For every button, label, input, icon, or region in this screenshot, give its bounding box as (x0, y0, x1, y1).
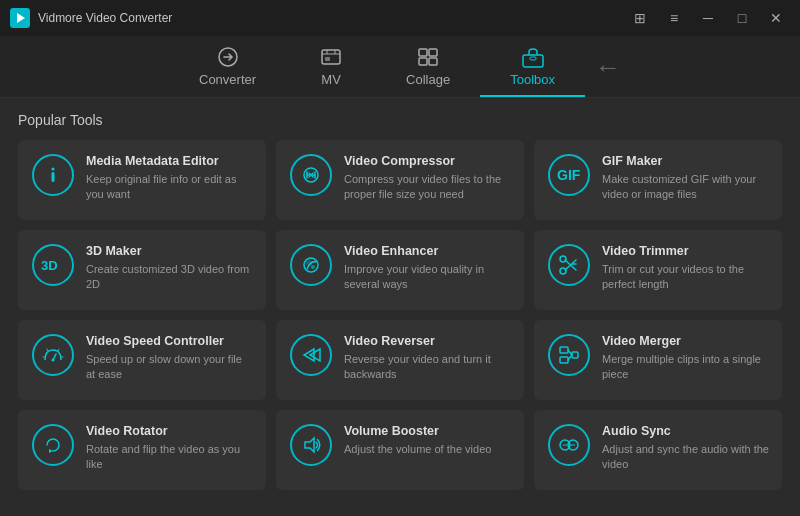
video-speed-controller-desc: Speed up or slow down your file at ease (86, 352, 254, 383)
tool-card-video-merger[interactable]: Video Merger Merge multiple clips into a… (534, 320, 782, 400)
svg-rect-12 (52, 172, 55, 182)
tool-card-video-enhancer[interactable]: Video Enhancer Improve your video qualit… (276, 230, 524, 310)
video-enhancer-desc: Improve your video quality in several wa… (344, 262, 512, 293)
tool-card-video-reverser[interactable]: Video Reverser Reverse your video and tu… (276, 320, 524, 400)
tab-converter[interactable]: Converter (169, 36, 286, 97)
media-metadata-editor-info: Media Metadata Editor Keep original file… (86, 154, 254, 203)
section-title: Popular Tools (18, 112, 782, 128)
converter-icon (216, 46, 240, 68)
nav-bar: Converter MV Collage (0, 36, 800, 98)
tab-mv[interactable]: MV (286, 36, 376, 97)
tool-card-video-speed-controller[interactable]: Video Speed Controller Speed up or slow … (18, 320, 266, 400)
svg-point-11 (52, 168, 55, 171)
video-trimmer-icon (548, 244, 590, 286)
close-button[interactable]: ✕ (762, 6, 790, 30)
gif-maker-desc: Make customized GIF with your video or i… (602, 172, 770, 203)
volume-booster-name: Volume Booster (344, 424, 512, 438)
content-area: Popular Tools Media Metadata Editor Keep… (0, 98, 800, 504)
svg-rect-7 (419, 58, 427, 65)
tool-card-video-trimmer[interactable]: Video Trimmer Trim or cut your videos to… (534, 230, 782, 310)
svg-rect-24 (560, 347, 568, 353)
tool-card-media-metadata-editor[interactable]: Media Metadata Editor Keep original file… (18, 140, 266, 220)
svg-rect-3 (322, 50, 340, 64)
toolbox-icon (521, 46, 545, 68)
audio-sync-info: Audio Sync Adjust and sync the audio wit… (602, 424, 770, 473)
tab-toolbox[interactable]: Toolbox (480, 36, 585, 97)
3d-maker-name: 3D Maker (86, 244, 254, 258)
video-rotator-desc: Rotate and flip the video as you like (86, 442, 254, 473)
tab-converter-label: Converter (199, 72, 256, 87)
svg-text:GIF: GIF (557, 167, 581, 183)
audio-sync-desc: Adjust and sync the audio with the video (602, 442, 770, 473)
tool-card-3d-maker[interactable]: 3D 3D Maker Create customized 3D video f… (18, 230, 266, 310)
tool-card-gif-maker[interactable]: GIF GIF Maker Make customized GIF with y… (534, 140, 782, 220)
svg-point-18 (311, 265, 315, 269)
video-merger-desc: Merge multiple clips into a single piece (602, 352, 770, 383)
video-merger-icon (548, 334, 590, 376)
video-speed-controller-icon (32, 334, 74, 376)
tool-card-volume-booster[interactable]: Volume Booster Adjust the volume of the … (276, 410, 524, 490)
tool-card-video-rotator[interactable]: Video Rotator Rotate and flip the video … (18, 410, 266, 490)
gif-maker-info: GIF Maker Make customized GIF with your … (602, 154, 770, 203)
video-speed-controller-name: Video Speed Controller (86, 334, 254, 348)
tools-grid: Media Metadata Editor Keep original file… (18, 140, 782, 490)
titlebar: Vidmore Video Converter ⊞ ≡ ─ □ ✕ (0, 0, 800, 36)
minimize-button[interactable]: ─ (694, 6, 722, 30)
tool-card-video-compressor[interactable]: Video Compressor Compress your video fil… (276, 140, 524, 220)
volume-booster-info: Volume Booster Adjust the volume of the … (344, 424, 512, 457)
nav-arrow: ← (585, 44, 631, 97)
svg-marker-27 (49, 449, 53, 453)
gif-maker-name: GIF Maker (602, 154, 770, 168)
subtitles-button[interactable]: ⊞ (626, 6, 654, 30)
maximize-button[interactable]: □ (728, 6, 756, 30)
volume-booster-icon (290, 424, 332, 466)
svg-rect-8 (429, 58, 437, 65)
tool-card-audio-sync[interactable]: Audio Sync Adjust and sync the audio wit… (534, 410, 782, 490)
tab-collage-label: Collage (406, 72, 450, 87)
svg-text:3D: 3D (41, 258, 58, 273)
collage-icon (416, 46, 440, 68)
media-metadata-editor-icon (32, 154, 74, 196)
tab-mv-label: MV (321, 72, 341, 87)
video-enhancer-icon (290, 244, 332, 286)
svg-rect-6 (429, 49, 437, 56)
tab-collage[interactable]: Collage (376, 36, 480, 97)
video-reverser-name: Video Reverser (344, 334, 512, 348)
video-compressor-name: Video Compressor (344, 154, 512, 168)
video-trimmer-desc: Trim or cut your videos to the perfect l… (602, 262, 770, 293)
video-rotator-icon (32, 424, 74, 466)
media-metadata-editor-name: Media Metadata Editor (86, 154, 254, 168)
video-reverser-info: Video Reverser Reverse your video and tu… (344, 334, 512, 383)
svg-rect-4 (325, 57, 330, 61)
video-compressor-desc: Compress your video files to the proper … (344, 172, 512, 203)
svg-marker-28 (305, 438, 314, 452)
video-compressor-icon (290, 154, 332, 196)
video-enhancer-info: Video Enhancer Improve your video qualit… (344, 244, 512, 293)
video-reverser-icon (290, 334, 332, 376)
volume-booster-desc: Adjust the volume of the video (344, 442, 512, 457)
titlebar-left: Vidmore Video Converter (10, 8, 172, 28)
audio-sync-icon (548, 424, 590, 466)
video-rotator-name: Video Rotator (86, 424, 254, 438)
svg-rect-25 (560, 357, 568, 363)
svg-point-21 (52, 359, 55, 362)
video-trimmer-name: Video Trimmer (602, 244, 770, 258)
video-trimmer-info: Video Trimmer Trim or cut your videos to… (602, 244, 770, 293)
menu-button[interactable]: ≡ (660, 6, 688, 30)
video-rotator-info: Video Rotator Rotate and flip the video … (86, 424, 254, 473)
3d-maker-desc: Create customized 3D video from 2D (86, 262, 254, 293)
tab-toolbox-label: Toolbox (510, 72, 555, 87)
3d-maker-icon: 3D (32, 244, 74, 286)
gif-maker-icon: GIF (548, 154, 590, 196)
app-title: Vidmore Video Converter (38, 11, 172, 25)
audio-sync-name: Audio Sync (602, 424, 770, 438)
svg-rect-10 (530, 57, 536, 60)
mv-icon (319, 46, 343, 68)
video-merger-name: Video Merger (602, 334, 770, 348)
video-merger-info: Video Merger Merge multiple clips into a… (602, 334, 770, 383)
video-speed-controller-info: Video Speed Controller Speed up or slow … (86, 334, 254, 383)
app-icon (10, 8, 30, 28)
media-metadata-editor-desc: Keep original file info or edit as you w… (86, 172, 254, 203)
titlebar-controls: ⊞ ≡ ─ □ ✕ (626, 6, 790, 30)
svg-rect-5 (419, 49, 427, 56)
